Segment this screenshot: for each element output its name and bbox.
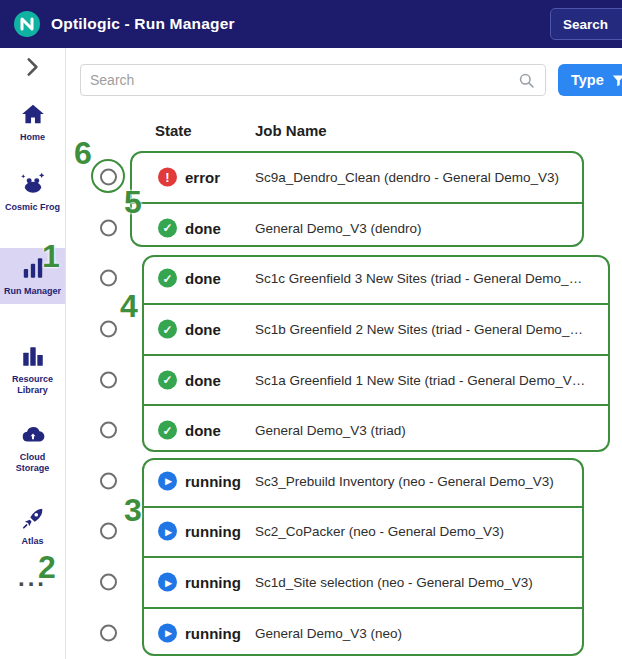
job-name: General Demo_V3 (triad) [255,423,406,438]
row-radio-button[interactable] [100,371,117,388]
state-label: done [185,219,221,236]
sidebar-item-resource-library[interactable]: Resource Library [0,336,65,403]
row-radio-button[interactable] [100,169,117,186]
table-row[interactable]: running Sc1d_Site selection (neo - Gener… [66,557,622,608]
search-icon [517,71,536,90]
top-bar: Optilogic - Run Manager Search [0,0,622,48]
type-filter-label: Type [571,72,604,88]
state-label: done [185,321,221,338]
row-radio-button[interactable] [100,422,117,439]
column-header-state: State [155,122,192,139]
done-icon [158,269,177,288]
done-icon [158,421,177,440]
column-header-job-name: Job Name [255,122,327,139]
job-name: General Demo_V3 (neo) [255,625,402,640]
job-name: General Demo_V3 (dendro) [255,220,422,235]
state-label: done [185,422,221,439]
type-filter-button[interactable]: Type [558,64,622,96]
sidebar-item-cosmic-frog[interactable]: Cosmic Frog [0,164,65,220]
sidebar-item-label: Home [4,132,62,143]
table-row[interactable]: done Sc1b Greenfield 2 New Sites (triad … [66,304,622,355]
done-icon [158,320,177,339]
done-icon [158,370,177,389]
row-radio-button[interactable] [100,523,117,540]
table-header: State Job Name [66,122,622,148]
chevron-right-icon [19,54,45,80]
sidebar: Home Cosmic Frog Run Manager [0,48,66,659]
run-manager-panel: Type State Job Name error Sc9a_Dendro_Cl… [66,48,622,659]
job-name: Sc9a_Dendro_Clean (dendro - General Demo… [255,170,559,185]
state-label: running [185,472,241,489]
sidebar-expand-button[interactable] [19,54,45,80]
table-row[interactable]: done General Demo_V3 (triad) [66,405,622,456]
state-label: done [185,371,221,388]
search-box [80,64,546,96]
job-name: Sc1b Greenfield 2 New Sites (triad - Gen… [255,322,583,337]
row-radio-button[interactable] [100,574,117,591]
state-label: running [185,574,241,591]
done-icon [158,218,177,237]
cosmic-frog-icon [20,171,46,197]
row-radio-button[interactable] [100,219,117,236]
sidebar-item-cloud-storage[interactable]: Cloud Storage [0,414,65,481]
search-input[interactable] [90,72,517,88]
row-radio-button[interactable] [100,270,117,287]
page-title: Optilogic - Run Manager [51,15,235,33]
optilogic-logo-icon [13,10,41,38]
job-name: Sc3_Prebuild Inventory (neo - General De… [255,473,554,488]
table-row[interactable]: done General Demo_V3 (dendro) [66,203,622,254]
table-row[interactable]: error Sc9a_Dendro_Clean (dendro - Genera… [66,152,622,203]
row-radio-button[interactable] [100,624,117,641]
job-name: Sc1d_Site selection (neo - General Demo_… [255,575,533,590]
state-label: running [185,624,241,641]
sidebar-item-label: Resource Library [4,374,62,396]
job-table: error Sc9a_Dendro_Clean (dendro - Genera… [66,152,622,658]
running-icon [158,471,177,490]
sidebar-overflow-button[interactable]: ... [0,564,65,592]
resource-library-icon [20,343,46,369]
state-label: running [185,523,241,540]
job-name: Sc1a Greenfield 1 New Site (triad - Gene… [255,372,585,387]
filter-funnel-icon [611,73,622,88]
sidebar-item-label: Atlas [4,536,62,547]
sidebar-item-atlas[interactable]: Atlas [0,498,65,554]
running-icon [158,573,177,592]
row-radio-button[interactable] [100,472,117,489]
app-window: Optilogic - Run Manager Search Home Cosm… [0,0,622,659]
global-search-button[interactable]: Search [550,8,622,40]
sidebar-item-label: Run Manager [4,286,62,297]
job-name: Sc1c Greenfield 3 New Sites (triad - Gen… [255,271,582,286]
state-label: error [185,169,220,186]
running-icon [158,522,177,541]
job-name: Sc2_CoPacker (neo - General Demo_V3) [255,524,504,539]
atlas-icon [20,505,46,531]
table-row[interactable]: done Sc1a Greenfield 1 New Site (triad -… [66,354,622,405]
sidebar-item-label: Cloud Storage [4,452,62,474]
table-row[interactable]: done Sc1c Greenfield 3 New Sites (triad … [66,253,622,304]
sidebar-item-run-manager[interactable]: Run Manager [0,248,65,304]
sidebar-item-label: Cosmic Frog [4,202,62,213]
run-manager-icon [20,255,46,281]
table-row[interactable]: running Sc2_CoPacker (neo - General Demo… [66,506,622,557]
row-radio-button[interactable] [100,321,117,338]
error-icon [158,168,177,187]
home-icon [20,101,46,127]
state-label: done [185,270,221,287]
running-icon [158,623,177,642]
cloud-storage-icon [20,421,46,447]
table-row[interactable]: running General Demo_V3 (neo) [66,607,622,658]
table-row[interactable]: running Sc3_Prebuild Inventory (neo - Ge… [66,456,622,507]
sidebar-item-home[interactable]: Home [0,94,65,150]
